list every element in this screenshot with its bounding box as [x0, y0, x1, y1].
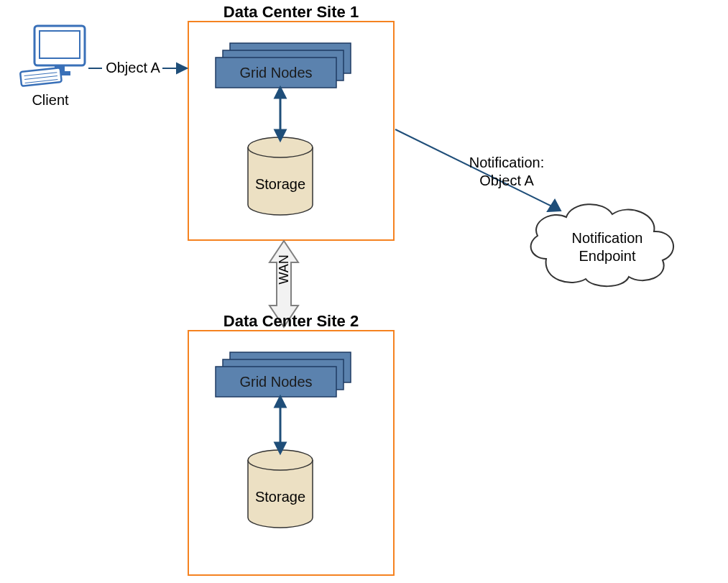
site1-title: Data Center Site 1	[201, 3, 381, 22]
site2-title: Data Center Site 2	[201, 312, 381, 331]
site1-grid-nodes-label: Grid Nodes	[216, 65, 336, 81]
site2-storage-label: Storage	[248, 489, 313, 505]
svg-marker-24	[177, 63, 187, 73]
svg-rect-15	[40, 31, 80, 58]
site2-nodes-storage-arrow	[275, 397, 285, 453]
client-label: Client	[14, 92, 86, 109]
wan-label: WAN	[277, 263, 292, 285]
notification-label-line2: Object A	[456, 173, 557, 189]
site2-grid-nodes-label: Grid Nodes	[216, 374, 336, 390]
diagram-canvas	[0, 0, 728, 583]
site1-nodes-storage-arrow	[275, 88, 285, 140]
client-computer-icon	[20, 26, 85, 86]
notification-label-line1: Notification:	[456, 155, 557, 171]
svg-marker-5	[275, 88, 285, 98]
svg-marker-12	[275, 397, 285, 407]
endpoint-label-line1: Notification	[568, 230, 647, 247]
object-a-label: Object A	[101, 60, 165, 76]
svg-rect-18	[20, 68, 62, 86]
site1-storage-label: Storage	[248, 176, 313, 193]
endpoint-label-line2: Endpoint	[568, 248, 647, 265]
